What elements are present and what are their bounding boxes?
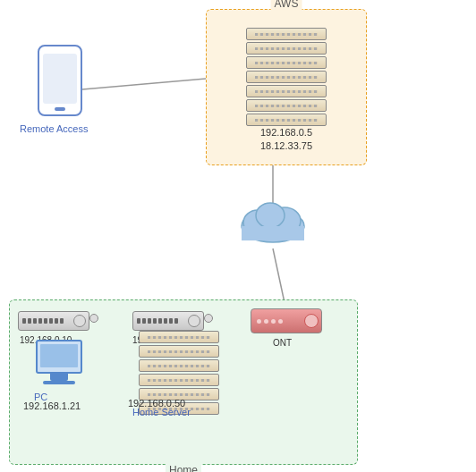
ont-device xyxy=(251,308,322,333)
pc-screen xyxy=(40,344,78,367)
switch2-knob xyxy=(188,315,200,327)
home-server-layer xyxy=(139,374,219,386)
phone-button xyxy=(55,107,65,111)
home-server-layer xyxy=(139,345,219,358)
switch1-ports xyxy=(19,318,73,324)
switch-port xyxy=(148,318,151,324)
aws-server xyxy=(246,28,327,128)
switch-port xyxy=(137,318,140,324)
aws-label: AWS xyxy=(271,0,302,10)
phone-body xyxy=(38,45,82,116)
home-server-label: Home Server xyxy=(132,407,191,417)
switch1-knob xyxy=(73,315,86,327)
switch-port xyxy=(142,318,146,324)
pc-icon xyxy=(36,340,82,384)
switch-port xyxy=(55,318,58,324)
svg-point-10 xyxy=(256,203,285,228)
ont-dot xyxy=(278,319,283,324)
ont-dot xyxy=(257,319,261,324)
cloud-icon xyxy=(233,192,313,246)
ont-label: ONT xyxy=(273,338,292,348)
home-server-layer xyxy=(139,331,219,343)
conn-dot-1 xyxy=(89,314,98,323)
pc-label: PC xyxy=(34,392,47,402)
switch-port xyxy=(28,318,31,324)
ont-dots xyxy=(251,319,304,324)
server-layer-6 xyxy=(246,99,327,112)
switch-port xyxy=(169,318,173,324)
svg-rect-11 xyxy=(242,226,304,240)
ont-knob xyxy=(304,314,319,328)
phone-screen xyxy=(43,54,77,104)
home-server-layer xyxy=(139,359,219,372)
server-layer-2 xyxy=(246,42,327,55)
switch-port xyxy=(49,318,53,324)
switch-port xyxy=(38,318,42,324)
mobile-phone xyxy=(38,45,82,116)
ont-dot xyxy=(271,319,276,324)
switch2-device xyxy=(132,311,204,331)
switch-port xyxy=(33,318,37,324)
switch-port xyxy=(158,318,162,324)
home-label: Home xyxy=(166,464,201,472)
switch2-ports xyxy=(133,318,188,324)
diagram-container: AWS 192.168.0.5 18.12.33.75 Remote Acces… xyxy=(0,0,476,472)
server-layer-4 xyxy=(246,71,327,83)
aws-ip: 192.168.0.5 18.12.33.75 xyxy=(260,126,312,154)
pc-monitor xyxy=(36,340,82,374)
switch1-device xyxy=(18,311,89,331)
server-layer-1 xyxy=(246,28,327,40)
switch-port xyxy=(164,318,167,324)
switch-port xyxy=(44,318,47,324)
switch-port xyxy=(22,318,26,324)
ont xyxy=(251,308,322,333)
pc-stand xyxy=(50,374,68,381)
switch1 xyxy=(18,311,89,331)
remote-access-label: Remote Access xyxy=(20,123,88,134)
switch-port xyxy=(153,318,157,324)
server-layer-3 xyxy=(246,56,327,69)
ont-dot xyxy=(264,319,268,324)
server-layer-7 xyxy=(246,114,327,126)
switch-port xyxy=(174,318,178,324)
switch2 xyxy=(132,311,204,331)
aws-box: AWS 192.168.0.5 18.12.33.75 xyxy=(206,9,367,165)
conn-dot-2 xyxy=(204,314,213,323)
server-layer-5 xyxy=(246,85,327,97)
pc-base xyxy=(43,381,75,384)
switch-port xyxy=(60,318,64,324)
pc-ip: 192.168.1.21 xyxy=(23,400,81,411)
